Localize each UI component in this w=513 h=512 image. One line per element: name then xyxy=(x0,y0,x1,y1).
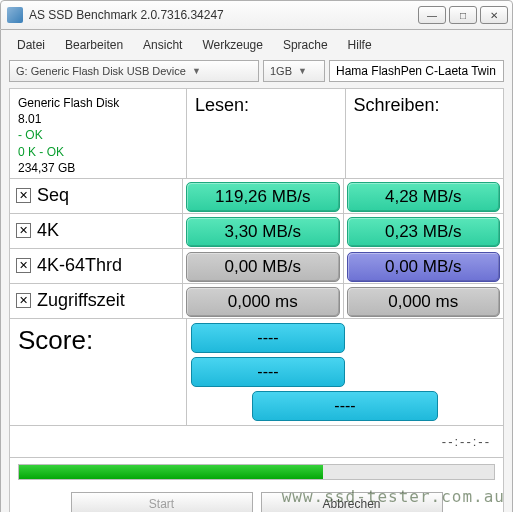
start-button[interactable]: Start xyxy=(71,492,253,512)
row-4k64: ✕4K-64Thrd 0,00 MB/s 0,00 MB/s xyxy=(10,249,503,284)
titlebar: AS SSD Benchmark 2.0.7316.34247 — □ ✕ xyxy=(0,0,513,30)
menubar: Datei Bearbeiten Ansicht Werkzeuge Sprac… xyxy=(9,32,504,60)
results-panel: Generic Flash Disk 8.01 - OK 0 K - OK 23… xyxy=(9,88,504,512)
minimize-button[interactable]: — xyxy=(418,6,446,24)
drive-fw: 8.01 xyxy=(18,111,178,127)
label-4k64: 4K-64Thrd xyxy=(37,255,122,276)
checkbox-seq[interactable]: ✕ xyxy=(16,188,31,203)
header-read: Lesen: xyxy=(187,89,346,178)
access-write: 0,000 ms xyxy=(347,287,501,317)
menu-sprache[interactable]: Sprache xyxy=(275,36,336,54)
score-row: Score: ---- ---- ---- xyxy=(10,319,503,426)
toolbar: G: Generic Flash Disk USB Device ▼ 1GB ▼… xyxy=(9,60,504,82)
row-access: ✕Zugriffszeit 0,000 ms 0,000 ms xyxy=(10,284,503,319)
score-read: ---- xyxy=(191,323,345,353)
size-select[interactable]: 1GB ▼ xyxy=(263,60,325,82)
window-body: Datei Bearbeiten Ansicht Werkzeuge Sprac… xyxy=(0,30,513,512)
4k-read: 3,30 MB/s xyxy=(186,217,340,247)
drive-ok1: - OK xyxy=(18,127,178,143)
menu-werkzeuge[interactable]: Werkzeuge xyxy=(194,36,270,54)
header-write: Schreiben: xyxy=(346,89,504,178)
menu-datei[interactable]: Datei xyxy=(9,36,53,54)
4k64-write: 0,00 MB/s xyxy=(347,252,501,282)
checkbox-access[interactable]: ✕ xyxy=(16,293,31,308)
seq-write: 4,28 MB/s xyxy=(347,182,501,212)
close-button[interactable]: ✕ xyxy=(480,6,508,24)
drive-model: Generic Flash Disk xyxy=(18,95,178,111)
device-select[interactable]: G: Generic Flash Disk USB Device ▼ xyxy=(9,60,259,82)
chevron-down-icon: ▼ xyxy=(192,66,201,76)
chevron-down-icon: ▼ xyxy=(298,66,307,76)
progress-fill xyxy=(19,465,323,479)
label-access: Zugriffszeit xyxy=(37,290,125,311)
drive-capacity: 234,37 GB xyxy=(18,160,178,176)
app-icon xyxy=(7,7,23,23)
progress-bar xyxy=(18,464,495,480)
4k-write: 0,23 MB/s xyxy=(347,217,501,247)
elapsed-time: --:--:-- xyxy=(442,434,491,449)
checkbox-4k64[interactable]: ✕ xyxy=(16,258,31,273)
label-seq: Seq xyxy=(37,185,69,206)
score-label: Score: xyxy=(10,319,187,425)
device-select-value: G: Generic Flash Disk USB Device xyxy=(16,65,186,77)
access-read: 0,000 ms xyxy=(186,287,340,317)
4k64-read: 0,00 MB/s xyxy=(186,252,340,282)
row-seq: ✕Seq 119,26 MB/s 4,28 MB/s xyxy=(10,179,503,214)
product-name-input[interactable]: Hama FlashPen C-Laeta Twin xyxy=(329,60,504,82)
maximize-button[interactable]: □ xyxy=(449,6,477,24)
size-select-value: 1GB xyxy=(270,65,292,77)
seq-read: 119,26 MB/s xyxy=(186,182,340,212)
row-4k: ✕4K 3,30 MB/s 0,23 MB/s xyxy=(10,214,503,249)
drive-info: Generic Flash Disk 8.01 - OK 0 K - OK 23… xyxy=(10,89,187,178)
score-write: ---- xyxy=(191,357,345,387)
menu-ansicht[interactable]: Ansicht xyxy=(135,36,190,54)
elapsed-row: --:--:-- xyxy=(10,426,503,458)
drive-ok2: 0 K - OK xyxy=(18,144,178,160)
menu-bearbeiten[interactable]: Bearbeiten xyxy=(57,36,131,54)
menu-hilfe[interactable]: Hilfe xyxy=(340,36,380,54)
window-title: AS SSD Benchmark 2.0.7316.34247 xyxy=(29,8,418,22)
label-4k: 4K xyxy=(37,220,59,241)
score-total: ---- xyxy=(252,391,439,421)
checkbox-4k[interactable]: ✕ xyxy=(16,223,31,238)
watermark: www.ssd-tester.com.au xyxy=(282,487,505,506)
